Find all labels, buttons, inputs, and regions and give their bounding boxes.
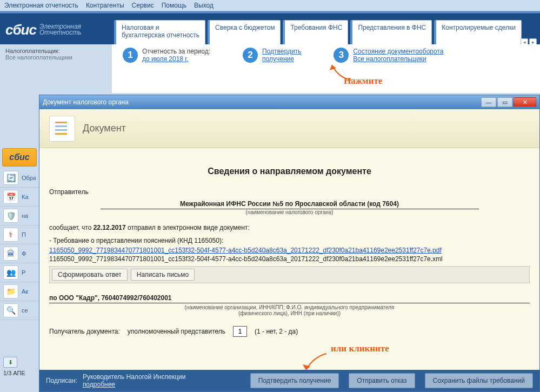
step-2: 2 Подтвердитьполучение [243, 48, 301, 90]
folder-icon: 📁 [3, 284, 18, 298]
taxpayer-value[interactable]: Все налогоплательщики [5, 54, 106, 61]
annotation-arrow-2 [303, 351, 330, 373]
search-icon: 🔍 [3, 303, 18, 317]
rosstat-icon: 👥 [3, 265, 18, 280]
annotation-press: Нажмите [344, 76, 382, 87]
step-2-link[interactable]: Подтвердитьполучение [262, 48, 301, 63]
sbis-button[interactable]: сбис [2, 148, 37, 167]
step-1-link[interactable]: до июля 2018 г. [142, 55, 210, 63]
lrow-p[interactable]: ⚕П [0, 225, 39, 244]
tab-budget-reconcile[interactable]: Сверка с бюджетом [208, 20, 281, 46]
step-1: 1 Отчетность за период: до июля 2018 г. [123, 48, 210, 90]
step-3-link-2[interactable]: Все налогоплательщики [353, 55, 443, 63]
requirement-label: - Требование о представлении пояснений (… [49, 237, 530, 244]
tab-fns-submissions[interactable]: Представления в ФНС [350, 20, 432, 46]
fund-icon: 🏛 [3, 247, 18, 261]
document-modal: Документ налогового органа — ▭ ✕ Докумен… [39, 95, 540, 392]
modal-header: Документ [39, 109, 539, 148]
recipient-label: Получатель документа: [49, 328, 120, 335]
taxpayer-sidebar: Налогоплательщик: Все налогоплательщики [0, 44, 112, 69]
tab-tax-accounting[interactable]: Налоговая и бухгалтерская отчетность [114, 20, 205, 46]
lrow-ka[interactable]: 📅Ка [0, 188, 39, 207]
app-header: сбис ЭлектроннаяОтчетность Налоговая и б… [0, 14, 540, 46]
xml-filename: 1165050_9992_771983447077180100​1_cc153f… [49, 255, 530, 263]
sender-label: Отправитель [49, 188, 530, 196]
window-maximize[interactable]: ▭ [497, 97, 512, 107]
save-files-button[interactable]: Сохранить файлы требований [425, 373, 533, 388]
download-button[interactable]: ⬇ [3, 357, 17, 368]
tab-bar: Налоговая и бухгалтерская отчетность Све… [112, 14, 540, 46]
menu-service[interactable]: Сервис [132, 2, 154, 9]
recipient-value: уполномоченный представитель [128, 328, 225, 335]
authority-name: Межрайонная ИФНС России №5 по Ярославско… [101, 200, 479, 209]
send-refusal-button[interactable]: Отправить отказ [349, 373, 415, 388]
logo-subtitle: ЭлектроннаяОтчетность [39, 24, 82, 36]
menu-counterparties[interactable]: Контрагенты [86, 2, 124, 9]
message-line: сообщает, что 22.12.2017 отправил в элек… [49, 224, 530, 231]
annotation-click: или кликните [331, 343, 389, 354]
window-close[interactable]: ✕ [514, 97, 536, 107]
step-1-text: Отчетность за период: [142, 48, 210, 55]
recipient-code-input[interactable] [233, 326, 247, 337]
refresh-icon: 🔄 [3, 171, 18, 185]
more-link[interactable]: подробнее [83, 381, 115, 388]
modal-body: Сведения о направляемом документе Отправ… [39, 148, 539, 370]
steps-panel: 1 Отчетность за период: до июля 2018 г. … [112, 44, 540, 93]
recipient-row: Получатель документа: уполномоченный пре… [49, 326, 530, 337]
lrow-na[interactable]: 🛡️на [0, 207, 39, 225]
main-menu: Электронная отчетность Контрагенты Серви… [0, 0, 540, 11]
pdf-link[interactable]: 1165050_9992_771983447077180100​1_cc153f… [49, 247, 530, 254]
lrow-se[interactable]: 🔍се [0, 301, 39, 320]
step-3-link-1[interactable]: Состояние документооборота [353, 48, 443, 55]
form-reply-button[interactable]: Сформировать ответ [52, 269, 128, 281]
lrow-f[interactable]: 🏛Ф [0, 244, 39, 263]
left-strip: сбис 🔄Обра 📅Ка 🛡️на ⚕П 🏛Ф 👥Р 📁Ак 🔍се ⬇ 1… [0, 146, 39, 392]
page-counter: 1/3 АПЕ [0, 369, 39, 377]
document-subtitle: Сведения о направляемом документе [49, 167, 530, 176]
lrow-ob[interactable]: 🔄Обра [0, 169, 39, 188]
step-1-badge: 1 [123, 48, 138, 63]
signed-value: Руководитель Налогой Инспекции [83, 373, 186, 381]
modal-footer: Подписан: Руководитель Налогой Инспекции… [39, 370, 539, 391]
action-bar: Сформировать ответ Написать письмо [49, 266, 530, 283]
modal-title: Документ налогового органа [43, 98, 480, 106]
organization-line: по ООО "Кадр", 7604074992/760402001 [49, 293, 530, 303]
modal-heading: Документ [83, 123, 126, 134]
menu-exit[interactable]: Выход [194, 2, 214, 9]
tab-fns-requirements[interactable]: Требования ФНС [283, 20, 348, 46]
confirm-receipt-button[interactable]: Подтвердить получение [250, 373, 339, 388]
logo-area: сбис ЭлектроннаяОтчетность [0, 14, 112, 46]
document-icon [49, 116, 75, 142]
taxpayer-label: Налогоплательщик: [5, 48, 106, 54]
step-3-badge: 3 [334, 48, 349, 63]
lrow-r[interactable]: 👥Р [0, 263, 39, 282]
menu-eo[interactable]: Электронная отчетность [4, 2, 78, 9]
organization-caption: (наименование организации, ИНН/КПП; Ф.И.… [49, 304, 530, 316]
lrow-ak[interactable]: 📁Ак [0, 282, 39, 301]
calendar-icon: 📅 [3, 190, 18, 204]
signed-label: Подписан: [46, 377, 77, 384]
modal-titlebar: Документ налогового органа — ▭ ✕ [39, 95, 539, 109]
recipient-hint: (1 - нет, 2 - да) [255, 328, 298, 335]
authority-caption: (наименование налогового органа) [49, 209, 530, 215]
pension-icon: ⚕ [3, 228, 18, 242]
write-letter-button[interactable]: Написать письмо [131, 269, 195, 281]
logo-text: сбис [5, 22, 36, 38]
window-minimize[interactable]: — [481, 97, 496, 107]
menu-help[interactable]: Помощь [162, 2, 186, 9]
step-2-badge: 2 [243, 48, 258, 63]
tab-controlled-deals[interactable]: Контролируемые сделки [434, 20, 522, 46]
shield-icon: 🛡️ [3, 209, 18, 223]
